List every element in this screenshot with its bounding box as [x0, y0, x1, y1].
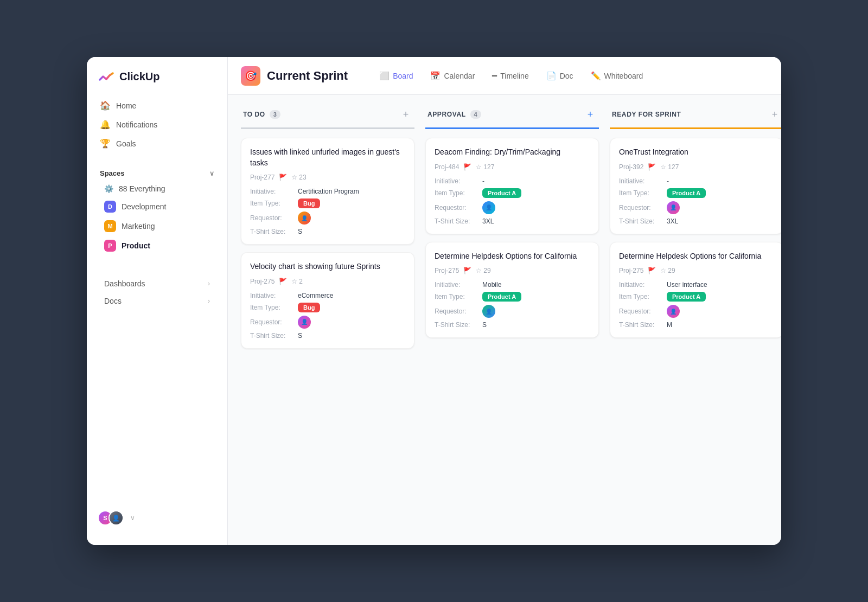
flag-blue-icon-2: 🚩 [279, 278, 287, 285]
star-meta-2: ☆ 2 [291, 278, 303, 285]
initiative-label-3: Initiative: [435, 177, 478, 185]
card-id-3: Proj-484 [435, 163, 459, 171]
card-fields-5: Initiative: - Item Type: Product A Reque… [619, 177, 774, 225]
card-field-tshirt-3: T-Shirt Size: 3XL [435, 217, 590, 225]
type-label-6: Item Type: [619, 293, 662, 300]
sprint-icon: 🎯 [241, 66, 260, 86]
dashboards-label: Dashboards [104, 279, 145, 288]
tshirt-label-4: T-Shirt Size: [435, 321, 478, 329]
top-nav: 🎯 Current Sprint ⬜ Board 📅 Calendar ━ Ti… [228, 57, 781, 95]
sidebar-notifications-label: Notifications [116, 120, 157, 129]
card-title-3: Deacom Finding: Dry/Trim/Packaging [435, 147, 590, 158]
clickup-logo-icon [98, 68, 115, 85]
flag-blue-icon-6: 🚩 [648, 267, 656, 274]
card-field-requestor-3: Requestor: 👤 [435, 201, 590, 214]
column-title-area-approval: APPROVAL 4 [427, 110, 481, 119]
initiative-label-1: Initiative: [250, 188, 293, 195]
tshirt-label-3: T-Shirt Size: [435, 217, 478, 225]
card-id-6: Proj-275 [619, 267, 643, 274]
card-approval-2[interactable]: Determine Helpdesk Options for Californi… [425, 242, 599, 338]
development-dot: D [104, 201, 116, 213]
card-ready-1[interactable]: OneTrust Integration Proj-392 🚩 ☆ 127 In… [610, 138, 781, 234]
sidebar-item-notifications[interactable]: 🔔 Notifications [93, 115, 221, 134]
product-dot: P [104, 240, 116, 252]
tab-timeline[interactable]: ━ Timeline [484, 68, 536, 84]
board-icon: ⬜ [379, 71, 390, 81]
tab-doc[interactable]: 📄 Doc [539, 68, 581, 84]
initiative-label-5: Initiative: [619, 177, 662, 185]
column-todo: TO DO 3 + Issues with linked unfurled im… [241, 108, 414, 356]
avatar-stack: S 👤 [98, 510, 124, 526]
card-field-initiative-6: Initiative: User interface [619, 281, 774, 289]
badge-bug-2: Bug [298, 303, 320, 312]
docs-label: Docs [104, 297, 122, 305]
bell-icon: 🔔 [100, 119, 111, 130]
requestor-label-5: Requestor: [619, 204, 662, 212]
star-icon-4: ☆ [476, 267, 482, 274]
column-add-todo[interactable]: + [399, 108, 412, 121]
spaces-chevron-icon[interactable]: ∨ [209, 170, 214, 177]
sidebar-bottom-nav: Dashboards › Docs › [87, 275, 227, 310]
card-ready-2[interactable]: Determine Helpdesk Options for Californi… [610, 242, 781, 338]
column-add-ready[interactable]: + [768, 108, 781, 121]
card-field-requestor-6: Requestor: 👤 [619, 305, 774, 318]
tab-calendar-label: Calendar [444, 72, 475, 80]
card-field-requestor-5: Requestor: 👤 [619, 201, 774, 214]
tshirt-value-5: 3XL [667, 217, 678, 225]
tab-board[interactable]: ⬜ Board [372, 68, 420, 84]
card-id-4: Proj-275 [435, 267, 459, 274]
sidebar-item-everything[interactable]: ⚙️ 88 Everything [91, 181, 223, 197]
column-title-ready: READY FOR SPRINT [612, 111, 681, 118]
sprint-title: Current Sprint [267, 69, 348, 83]
sidebar-item-home[interactable]: 🏠 Home [93, 96, 221, 115]
spaces-label: Spaces [100, 169, 125, 177]
initiative-value-1: Certification Program [298, 188, 359, 195]
nav-tabs: ⬜ Board 📅 Calendar ━ Timeline 📄 Doc ✏️ [372, 68, 650, 84]
tshirt-value-6: M [667, 321, 672, 329]
star-icon-6: ☆ [660, 267, 666, 274]
sidebar-item-goals[interactable]: 🏆 Goals [93, 134, 221, 153]
tab-whiteboard[interactable]: ✏️ Whiteboard [583, 68, 651, 84]
flag-blue-icon-4: 🚩 [463, 267, 471, 274]
card-field-type-3: Item Type: Product A [435, 188, 590, 198]
initiative-value-6: User interface [667, 281, 707, 289]
type-label-2: Item Type: [250, 304, 293, 311]
card-todo-1[interactable]: Issues with linked unfurled images in gu… [241, 138, 414, 245]
sidebar-item-dashboards[interactable]: Dashboards › [91, 275, 223, 292]
card-field-type-1: Item Type: Bug [250, 198, 405, 208]
requestor-label-3: Requestor: [435, 204, 478, 212]
sidebar-item-docs[interactable]: Docs › [91, 292, 223, 310]
tshirt-value-2: S [298, 332, 302, 340]
column-title-area-todo: TO DO 3 [243, 110, 280, 119]
tshirt-label-2: T-Shirt Size: [250, 332, 293, 340]
type-label-5: Item Type: [619, 189, 662, 197]
sidebar-item-marketing[interactable]: M Marketing [91, 216, 223, 236]
tshirt-label-5: T-Shirt Size: [619, 217, 662, 225]
requestor-label-6: Requestor: [619, 308, 662, 315]
sidebar-item-development[interactable]: D Development [91, 197, 223, 216]
tshirt-label-1: T-Shirt Size: [250, 228, 293, 235]
column-title-approval: APPROVAL [427, 111, 466, 118]
card-field-initiative-3: Initiative: - [435, 177, 590, 185]
card-approval-1[interactable]: Deacom Finding: Dry/Trim/Packaging Proj-… [425, 138, 599, 234]
nav-section: 🏠 Home 🔔 Notifications 🏆 Goals [87, 96, 227, 153]
badge-bug-1: Bug [298, 198, 320, 208]
star-icon-1: ☆ [291, 174, 297, 181]
footer-chevron-icon[interactable]: ∨ [130, 514, 135, 522]
card-fields-1: Initiative: Certification Program Item T… [250, 188, 405, 235]
column-title-todo: TO DO [243, 111, 265, 118]
timeline-icon: ━ [492, 71, 497, 81]
card-field-initiative-4: Initiative: Mobile [435, 281, 590, 289]
column-add-approval[interactable]: + [584, 108, 597, 121]
sidebar-item-product[interactable]: P Product [91, 236, 223, 255]
card-todo-2[interactable]: Velocity chart is showing future Sprints… [241, 252, 414, 349]
card-title-4: Determine Helpdesk Options for Californi… [435, 251, 590, 262]
card-field-tshirt-4: T-Shirt Size: S [435, 321, 590, 329]
tab-calendar[interactable]: 📅 Calendar [423, 68, 482, 84]
card-id-5: Proj-392 [619, 163, 643, 171]
user-avatar-2[interactable]: 👤 [108, 510, 124, 526]
whiteboard-icon: ✏️ [591, 71, 601, 81]
card-fields-6: Initiative: User interface Item Type: Pr… [619, 281, 774, 329]
card-meta-5: Proj-392 🚩 ☆ 127 [619, 163, 774, 171]
card-title-5: OneTrust Integration [619, 147, 774, 158]
